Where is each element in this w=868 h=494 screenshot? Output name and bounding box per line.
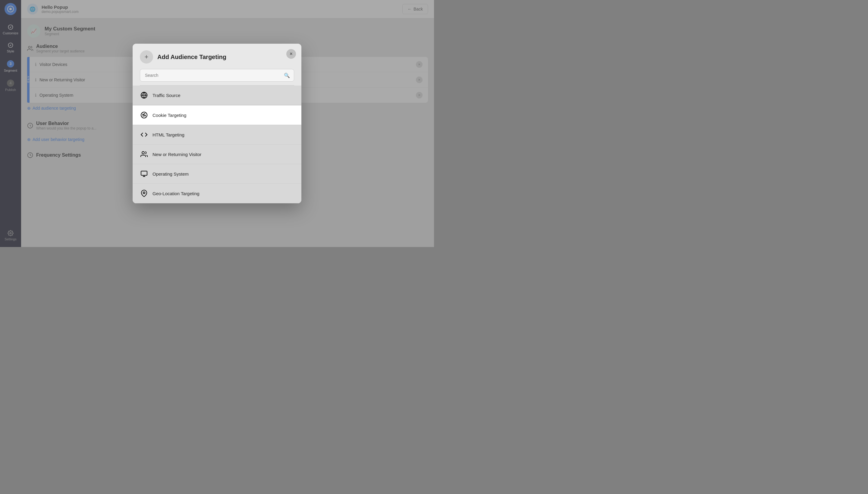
- svg-point-14: [142, 152, 144, 154]
- new-returning-icon: [140, 150, 148, 158]
- list-item[interactable]: HTML Targeting: [133, 125, 301, 145]
- modal-header: + Add Audience Targeting ×: [133, 44, 301, 69]
- cookie-targeting-label: Cookie Targeting: [152, 113, 186, 118]
- list-item[interactable]: Geo-Location Targeting: [133, 184, 301, 203]
- modal-title: Add Audience Targeting: [157, 54, 226, 60]
- traffic-source-label: Traffic Source: [152, 93, 181, 98]
- operating-system-label: Operating System: [152, 171, 189, 176]
- new-returning-label: New or Returning Visitor: [152, 152, 201, 157]
- modal-close-button[interactable]: ×: [286, 49, 296, 59]
- cookie-targeting-icon: [140, 111, 148, 119]
- list-item[interactable]: Cookie Targeting: [133, 105, 301, 125]
- traffic-source-icon: [140, 91, 148, 99]
- geo-location-icon: [140, 189, 148, 197]
- svg-point-10: [143, 114, 144, 115]
- svg-point-11: [144, 114, 145, 114]
- svg-point-16: [143, 192, 145, 194]
- list-item[interactable]: New or Returning Visitor: [133, 145, 301, 164]
- modal-plus-icon: +: [140, 50, 153, 63]
- add-audience-targeting-modal: + Add Audience Targeting × 🔍: [133, 44, 301, 203]
- svg-rect-15: [141, 171, 147, 175]
- operating-system-icon: [140, 170, 148, 178]
- html-targeting-icon: [140, 130, 148, 139]
- svg-point-12: [145, 115, 146, 116]
- list-item[interactable]: Traffic Source: [133, 86, 301, 105]
- html-targeting-label: HTML Targeting: [152, 132, 184, 137]
- modal-overlay: + Add Audience Targeting × 🔍: [0, 0, 434, 247]
- geo-location-label: Geo-Location Targeting: [152, 191, 200, 196]
- modal-items-list: Traffic Source Cookie Targeting: [133, 86, 301, 203]
- search-icon: 🔍: [284, 73, 290, 78]
- list-item[interactable]: Operating System: [133, 164, 301, 184]
- modal-search-container: 🔍: [140, 69, 294, 82]
- svg-point-13: [143, 116, 144, 116]
- svg-point-9: [141, 112, 147, 118]
- search-input[interactable]: [140, 69, 294, 82]
